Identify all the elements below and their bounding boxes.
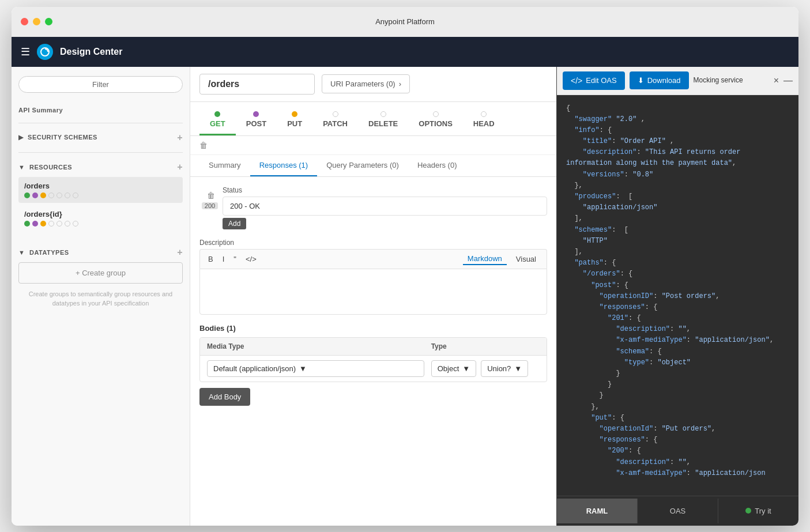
- get-indicator: [214, 111, 220, 117]
- resource-orders-id[interactable]: /orders{id}: [18, 205, 183, 231]
- description-section: Description B I " </> Markdown Visual: [199, 239, 547, 315]
- options-indicator: [433, 111, 439, 117]
- method-post-button[interactable]: POST: [236, 108, 277, 135]
- type-value: Object: [438, 364, 459, 373]
- tabs-bar: Summary Responses (1) Query Parameters (…: [190, 155, 556, 177]
- edit-oas-button[interactable]: </> Edit OAS: [563, 71, 625, 90]
- quote-button[interactable]: ": [231, 254, 239, 265]
- method-head-button[interactable]: HEAD: [463, 108, 505, 135]
- add-resource-button[interactable]: +: [177, 162, 183, 172]
- tab-headers[interactable]: Headers (0): [408, 155, 466, 176]
- sidebar: Filter API Summary ▶ SECURITY SCHEMES + …: [12, 67, 190, 526]
- resource-orders-id-methods: [24, 221, 177, 227]
- center-content: 🗑 200 Status Add Description B: [190, 177, 556, 526]
- collapse-panel-button[interactable]: —: [783, 76, 793, 86]
- method-put-button[interactable]: PUT: [277, 108, 312, 135]
- menu-icon[interactable]: ☰: [21, 46, 30, 58]
- code-button[interactable]: </>: [243, 254, 259, 265]
- description-editor[interactable]: [199, 269, 547, 315]
- security-schemes-header[interactable]: ▶ SECURITY SCHEMES +: [18, 133, 183, 143]
- bold-button[interactable]: B: [206, 254, 216, 265]
- delete-label: DELETE: [368, 119, 398, 128]
- head-indicator: [481, 111, 487, 117]
- sidebar-hint-text: Create groups to semantically group reso…: [18, 289, 183, 308]
- get-method-dot2: [24, 221, 30, 227]
- type-select-wrap: Object ▼ Union? ▼: [431, 360, 540, 377]
- app-name: Design Center: [60, 47, 122, 57]
- delete-method-icon[interactable]: 🗑: [199, 141, 208, 150]
- union-value: Union?: [487, 364, 511, 373]
- delete-indicator: [380, 111, 386, 117]
- resources-chevron-icon: ▼: [18, 164, 25, 171]
- editor-toolbar: B I " </> Markdown Visual: [199, 249, 547, 269]
- main-window: Anypoint Platform ☰ Design Center Filter…: [12, 7, 798, 526]
- resource-orders-path: /orders: [24, 182, 177, 190]
- window-title: Anypoint Platform: [375, 17, 435, 26]
- minimize-dot[interactable]: [33, 18, 40, 25]
- datatypes-label: DATATYPES: [29, 249, 69, 256]
- filter-input[interactable]: Filter: [18, 76, 183, 93]
- type-col-header: Type: [431, 342, 540, 350]
- delete-method-dot: [56, 193, 62, 198]
- method-delete-button[interactable]: DELETE: [358, 108, 408, 135]
- endpoint-path[interactable]: /orders: [199, 74, 315, 95]
- status-input[interactable]: [223, 197, 547, 216]
- markdown-view-button[interactable]: Markdown: [463, 253, 507, 265]
- datatypes-section: ▼ DATATYPES + + Create group Create grou…: [18, 243, 183, 308]
- response-row: 🗑 200 Status Add: [199, 186, 547, 229]
- add-datatype-button[interactable]: +: [177, 247, 183, 258]
- maximize-dot[interactable]: [45, 18, 52, 25]
- bodies-table-header: Media Type Type: [200, 338, 547, 356]
- tab-summary[interactable]: Summary: [199, 155, 250, 176]
- tab-responses[interactable]: Responses (1): [250, 155, 318, 176]
- method-patch-button[interactable]: PATCH: [312, 108, 358, 135]
- add-security-button[interactable]: +: [177, 133, 183, 143]
- right-panel-toolbar: </> Edit OAS ⬇ Download Mocking service …: [557, 67, 798, 95]
- patch-method-dot2: [48, 221, 54, 227]
- patch-label: PATCH: [323, 119, 348, 128]
- method-options-button[interactable]: OPTIONS: [408, 108, 463, 135]
- tryit-label: Try it: [755, 507, 771, 515]
- close-dot[interactable]: [21, 18, 28, 25]
- head-label: HEAD: [473, 119, 495, 128]
- resources-header[interactable]: ▼ RESOURCES +: [18, 162, 183, 172]
- patch-indicator: [333, 111, 338, 117]
- tab-oas[interactable]: OAS: [638, 499, 718, 523]
- uri-params-button[interactable]: URI Parameters (0) ›: [322, 74, 410, 93]
- row-content: Status Add: [223, 186, 547, 229]
- description-label: Description: [199, 239, 547, 247]
- right-panel-footer: RAML OAS Try it: [557, 496, 798, 526]
- code-icon: </>: [571, 76, 582, 85]
- tab-raml[interactable]: RAML: [557, 499, 638, 523]
- datatypes-header[interactable]: ▼ DATATYPES +: [18, 247, 183, 258]
- union-select[interactable]: Union? ▼: [481, 360, 528, 377]
- tab-tryit[interactable]: Try it: [718, 499, 798, 523]
- close-panel-button[interactable]: ×: [774, 76, 779, 86]
- put-label: PUT: [287, 119, 302, 128]
- resources-label: RESOURCES: [29, 164, 72, 171]
- options-method-dot: [65, 193, 70, 198]
- row-actions: 🗑 200: [199, 186, 223, 209]
- titlebar: Anypoint Platform: [12, 7, 798, 37]
- tab-query-params[interactable]: Query Parameters (0): [317, 155, 408, 176]
- create-group-button[interactable]: + Create group: [18, 262, 183, 284]
- type-select[interactable]: Object ▼: [431, 360, 476, 377]
- post-method-dot2: [32, 221, 38, 227]
- datatypes-chevron-icon: ▼: [18, 249, 25, 256]
- put-method-dot: [40, 193, 46, 198]
- options-method-dot2: [65, 221, 70, 227]
- delete-response-icon[interactable]: 🗑: [207, 191, 215, 200]
- api-summary-item[interactable]: API Summary: [18, 107, 183, 114]
- download-button[interactable]: ⬇ Download: [630, 71, 689, 89]
- resource-orders[interactable]: /orders: [18, 177, 183, 203]
- visual-view-button[interactable]: Visual: [511, 254, 541, 265]
- add-body-button[interactable]: Add Body: [199, 388, 250, 406]
- status-label: Status: [223, 186, 547, 194]
- mocking-service-label: Mocking service: [694, 76, 743, 85]
- add-status-button[interactable]: Add: [223, 218, 246, 229]
- italic-button[interactable]: I: [220, 254, 227, 265]
- media-type-select[interactable]: Default (application/json) ▼: [207, 360, 424, 377]
- method-get-button[interactable]: GET: [199, 108, 236, 135]
- post-indicator: [253, 111, 259, 117]
- code-view: { "swagger" "2.0" , "info": { "title": "…: [557, 95, 798, 496]
